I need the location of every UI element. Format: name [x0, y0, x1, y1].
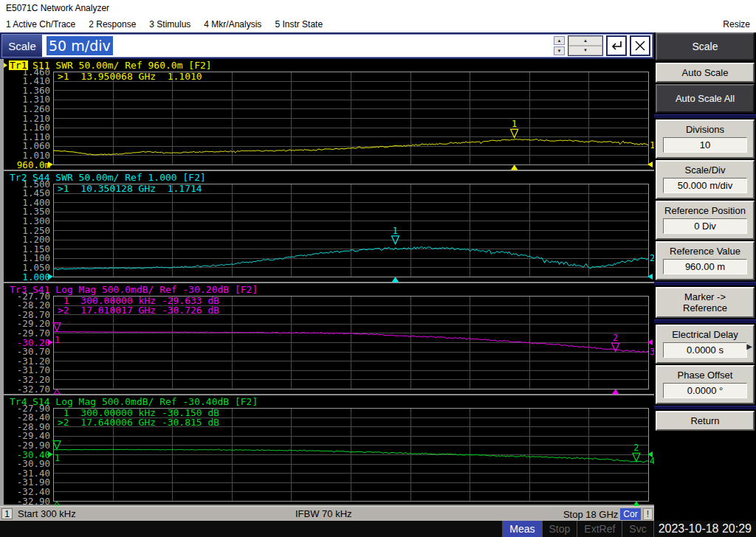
extref-indicator: ExtRef [577, 521, 622, 537]
marker-2-label: 2 [633, 443, 639, 453]
fine-stepper: ▲ ▼ [554, 36, 565, 55]
graticule [53, 184, 649, 277]
softkey-scale-div[interactable]: Scale/Div50.000 m/div [656, 160, 755, 199]
softkey-separator [654, 114, 756, 118]
marker-2-stimulus-indicator [613, 389, 619, 394]
marker-1-stimulus-indicator [54, 389, 60, 394]
instrument-status-bar: Meas Stop ExtRef Svc 2023-10-18 20:29 [0, 521, 756, 537]
trace-title[interactable]: S41 Log Mag 500.0mdB/ Ref -30.20dB [F2] [32, 284, 258, 295]
trace-panel-tr3: -27.70-28.20-28.70-29.20-29.70-30.20-30.… [0, 283, 654, 395]
softkey-reference-value[interactable]: Reference Value960.00 m [656, 241, 755, 280]
submenu-arrow-icon: ▶ [746, 342, 752, 350]
y-axis-label: -32.90 [17, 496, 50, 507]
softkey-sidebar: Scale Auto ScaleAuto Scale AllDivisions1… [654, 32, 756, 521]
y-axis-label: -32.70 [17, 384, 50, 395]
softkey-value-reference-value: 960.00 m [663, 259, 747, 274]
trace-name[interactable]: Tr4 [10, 396, 27, 407]
menu-item-3[interactable]: 3 Stimulus [149, 19, 190, 30]
trace-name[interactable]: Tr3 [10, 284, 27, 295]
app-window: E5071C Network Analyzer 1 Active Ch/Trac… [0, 0, 756, 537]
marker-1-label: 1 [512, 119, 517, 129]
stop-indicator: Stop [542, 521, 577, 537]
softkey-value-reference-position: 0 Div [663, 218, 747, 234]
softkey-label: Divisions [659, 124, 752, 135]
softkey-auto-scale-all[interactable]: Auto Scale All [656, 84, 755, 113]
softkey-label: Reference [659, 302, 752, 313]
marker-1-label: 1 [393, 226, 398, 236]
softkey-label: Auto Scale [659, 67, 752, 78]
left-frame-strip [0, 59, 4, 506]
softkey-value-phase-offset: 0.0000 ° [663, 383, 747, 398]
softkey-value-electrical-delay: 0.0000 s [663, 342, 747, 358]
softkey-reference-position[interactable]: Reference Position0 Div [656, 201, 755, 240]
marker-readout: >1 13.950068 GHz 1.1010 [58, 71, 202, 82]
trace-panel-tr4: -27.90-28.40-28.90-29.40-29.90-30.40-30.… [0, 395, 654, 506]
softkey-label: Auto Scale All [659, 93, 752, 104]
softkey-label: Phase Offset [659, 370, 752, 381]
trace-name[interactable]: Tr2 [10, 172, 27, 183]
trace-panel-tr2: 1.5001.4501.4001.3501.3001.2501.2001.150… [0, 171, 654, 283]
marker-readout: >1 10.350128 GHz 1.1714 [58, 183, 202, 194]
status-bar: 1 Start 300 kHz IFBW 70 kHz Stop 18 GHz … [0, 506, 654, 521]
trace-display-area: 1.4601.4101.3601.3101.2601.2101.1601.110… [0, 59, 654, 506]
softkey-marker-to-reference[interactable]: Marker ->Reference [656, 287, 755, 318]
scale-input-selected-text: 50 m/div [47, 36, 113, 55]
warning-badge: ! [643, 508, 653, 520]
menu-item-2[interactable]: 2 Response [89, 19, 136, 30]
softkey-value-scale-div: 50.000 m/div [663, 178, 747, 193]
softkey-separator [654, 282, 756, 285]
softkey-return[interactable]: Return [656, 411, 755, 431]
softkey-label: Reference Position [659, 205, 752, 216]
softkey-menu-title: Scale [656, 32, 755, 60]
softkey-phase-offset[interactable]: Phase Offset0.0000 ° [656, 365, 755, 404]
stop-frequency-label: Stop 18 GHz [563, 509, 618, 520]
reference-level-arrow-left [48, 274, 53, 280]
reference-level-arrow-left [48, 339, 53, 345]
softkey-label: Scale/Div [659, 164, 752, 176]
softkey-divisions[interactable]: Divisions10 [656, 119, 755, 159]
trace-panel-tr1: 1.4601.4101.3601.3101.2601.2101.1601.110… [0, 59, 654, 171]
marker-1-label: 1 [55, 453, 60, 463]
menu-item-4[interactable]: 4 Mkr/Analysis [204, 19, 261, 30]
softkey-label: Electrical Delay [659, 329, 752, 340]
softkey-electrical-delay[interactable]: Electrical Delay0.0000 s▶ [656, 325, 755, 364]
marker-readout: >2 17.640006 GHz -30.815 dB [58, 417, 219, 428]
correction-badge: Cor [620, 508, 640, 520]
step-up-button[interactable]: ▲ [568, 36, 602, 46]
marker-1-stimulus-indicator [392, 277, 398, 282]
softkey-separator [654, 319, 756, 323]
ifbw-label: IFBW 70 kHz [295, 508, 352, 519]
svc-indicator: Svc [622, 521, 653, 537]
y-axis-label: 960.0m [17, 159, 50, 170]
scale-entry-bar: Scale 50 m/div ▲ ▼ ▲ ▼ [0, 32, 654, 59]
softkey-label: Return [659, 415, 752, 426]
enter-button[interactable] [606, 35, 627, 56]
marker-1-triangle[interactable] [511, 129, 518, 137]
y-axis-label: 1.000 [22, 271, 50, 283]
softkey-auto-scale[interactable]: Auto Scale [656, 63, 755, 83]
step-up-small-button[interactable]: ▲ [554, 36, 565, 45]
softkey-label: Marker -> [659, 291, 752, 302]
softkey-separator [654, 406, 756, 409]
datetime-display: 2023-10-18 20:29 [653, 521, 756, 537]
menu-item-5[interactable]: 5 Instr State [275, 19, 323, 30]
trace-title[interactable]: S14 Log Mag 500.0mdB/ Ref -30.40dB [F2] [32, 396, 258, 407]
softkey-label: Reference Value [659, 246, 752, 257]
step-down-small-button[interactable]: ▼ [554, 46, 565, 55]
entry-bar-label: Scale [2, 35, 42, 57]
resize-button[interactable]: Resize [723, 16, 750, 32]
close-entry-button[interactable] [630, 35, 650, 56]
enter-arrow-icon [610, 40, 623, 52]
marker-readout: >2 17.010017 GHz -30.726 dB [58, 305, 219, 316]
scale-input[interactable]: 50 m/div [42, 35, 554, 57]
channel-number-box: 1 [1, 508, 13, 519]
trace-name[interactable]: Tr1 [10, 60, 27, 71]
trace-title[interactable]: S44 SWR 50.00m/ Ref 1.000 [F2] [32, 172, 206, 183]
menu-bar: 1 Active Ch/Trace2 Response3 Stimulus4 M… [0, 16, 756, 32]
coarse-stepper: ▲ ▼ [568, 35, 603, 56]
step-down-button[interactable]: ▼ [568, 46, 602, 55]
menu-item-1[interactable]: 1 Active Ch/Trace [6, 19, 75, 30]
reference-level-arrow-left [48, 451, 53, 457]
trace-title[interactable]: S11 SWR 50.00m/ Ref 960.0m [F2] [32, 60, 212, 71]
softkey-value-divisions: 10 [663, 137, 747, 153]
